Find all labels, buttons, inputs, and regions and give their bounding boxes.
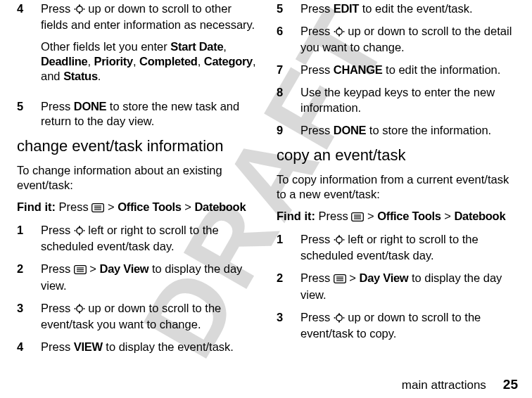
- svg-point-9: [77, 228, 82, 233]
- step-number: 7: [277, 63, 300, 77]
- text: >: [87, 262, 100, 275]
- nav-key-icon: [334, 312, 345, 326]
- intro-text: To copy information from a current event…: [277, 172, 519, 202]
- softkey-edit: EDIT: [334, 2, 359, 15]
- copy-step-3: 3 Press up or down to scroll to the even…: [277, 310, 519, 341]
- change-step-6: 6 Press up or down to scroll to the deta…: [277, 24, 519, 55]
- text: ,: [223, 40, 227, 53]
- svg-point-44: [338, 313, 340, 314]
- text: to display the event/task.: [103, 340, 234, 353]
- text: >: [346, 271, 360, 284]
- menu-key-icon: [91, 201, 104, 216]
- step-number: 8: [277, 85, 300, 115]
- svg-point-1: [74, 8, 75, 10]
- text: Press: [41, 100, 74, 113]
- find-it-label: Find it:: [17, 200, 56, 213]
- intro-text: To change information about an existing …: [17, 163, 260, 193]
- change-step-4: 4 Press VIEW to display the event/task.: [17, 340, 260, 354]
- step-body: Press up or down to scroll to the event/…: [41, 301, 260, 332]
- nav-key-icon: [74, 224, 85, 239]
- change-step-3: 3 Press up or down to scroll to the even…: [17, 301, 260, 332]
- nav-key-icon: [74, 302, 85, 317]
- field-category: Category: [204, 55, 253, 68]
- page-footer: main attractions 25: [17, 373, 519, 398]
- text: to store the information.: [366, 124, 491, 136]
- heading-copy-event: copy an event/task: [277, 146, 519, 165]
- text: Press: [300, 63, 334, 76]
- text: ,: [133, 55, 139, 68]
- svg-point-27: [338, 35, 340, 37]
- svg-point-45: [338, 321, 340, 322]
- text: ,: [198, 55, 204, 68]
- step-number: 3: [17, 301, 41, 332]
- footer-section-label: main attractions: [402, 378, 486, 392]
- change-step-8: 8 Use the keypad keys to enter the new i…: [277, 85, 519, 115]
- svg-point-4: [79, 13, 80, 14]
- heading-change-event: change event/task information: [17, 136, 260, 156]
- step-number: 5: [277, 1, 300, 16]
- step-body: Press DONE to store the new task and ret…: [41, 99, 260, 129]
- svg-point-19: [74, 308, 75, 309]
- step-body: Use the keypad keys to enter the new inf…: [300, 85, 519, 115]
- svg-point-33: [334, 239, 335, 240]
- text: Press: [41, 302, 74, 314]
- step-body: Press DONE to store the information.: [300, 123, 519, 138]
- menu-key-icon: [334, 272, 346, 287]
- svg-point-41: [336, 314, 342, 320]
- change-step-9: 9 Press DONE to store the information.: [277, 123, 519, 138]
- page-container: 4 Press up or down to scroll to other fi…: [0, 0, 532, 398]
- text: Other fields let you enter: [41, 40, 170, 53]
- text: >: [441, 210, 455, 222]
- svg-point-21: [79, 304, 80, 305]
- page-number: 25: [503, 377, 518, 392]
- text: to edit the information.: [382, 63, 500, 76]
- field-priority: Priority: [94, 55, 133, 68]
- svg-point-32: [336, 237, 342, 243]
- left-column: 4 Press up or down to scroll to other fi…: [17, 1, 260, 373]
- menu-office-tools: Office Tools: [377, 210, 441, 222]
- step-body: Press CHANGE to edit the information.: [300, 63, 519, 77]
- text: Press: [300, 233, 334, 245]
- svg-point-22: [79, 312, 80, 313]
- text: >: [364, 210, 377, 222]
- step-body: Press > Day View to display the day view…: [300, 271, 519, 302]
- nav-key-icon: [74, 3, 85, 18]
- change-step-1: 1 Press left or right to scroll to the s…: [17, 223, 260, 254]
- text: to edit the event/task.: [359, 2, 472, 15]
- step-number: 2: [277, 271, 300, 302]
- menu-datebook: Datebook: [195, 200, 246, 213]
- menu-key-icon: [74, 263, 87, 278]
- text: Press: [41, 340, 74, 353]
- text: Press: [41, 2, 74, 15]
- field-deadline: Deadline: [41, 55, 87, 68]
- svg-point-26: [338, 27, 340, 28]
- step-4-continued: 4 Press up or down to scroll to other fi…: [17, 1, 260, 91]
- find-it-line: Find it: Press > Office Tools > Datebook: [17, 200, 260, 216]
- change-step-7: 7 Press CHANGE to edit the information.: [277, 63, 519, 77]
- text: Press: [41, 224, 74, 236]
- text: Press: [300, 25, 334, 37]
- step-5: 5 Press DONE to store the new task and r…: [17, 99, 260, 129]
- svg-point-36: [338, 243, 340, 245]
- text: .: [98, 70, 101, 82]
- step-body: Press up or down to scroll to the event/…: [300, 310, 519, 341]
- step-body: Press EDIT to edit the event/task.: [300, 1, 519, 16]
- find-it-label: Find it:: [277, 210, 315, 222]
- step-number: 4: [17, 340, 41, 354]
- svg-point-24: [334, 31, 335, 32]
- svg-point-35: [338, 236, 340, 237]
- svg-point-18: [77, 305, 82, 311]
- svg-point-42: [334, 317, 335, 319]
- step-number: 9: [277, 123, 300, 138]
- copy-step-2: 2 Press > Day View to display the day vi…: [277, 271, 519, 302]
- softkey-done: DONE: [74, 100, 106, 113]
- change-step-2: 2 Press > Day View to display the day vi…: [17, 262, 260, 293]
- step-body: Press > Day View to display the day view…: [41, 262, 260, 293]
- field-startdate: Start Date: [170, 40, 223, 53]
- svg-point-23: [336, 29, 342, 34]
- text: >: [182, 200, 195, 213]
- nav-key-icon: [334, 233, 345, 248]
- step-body: Press up or down to scroll to the detail…: [300, 24, 519, 55]
- svg-point-13: [79, 234, 80, 236]
- step-number: 1: [17, 223, 41, 254]
